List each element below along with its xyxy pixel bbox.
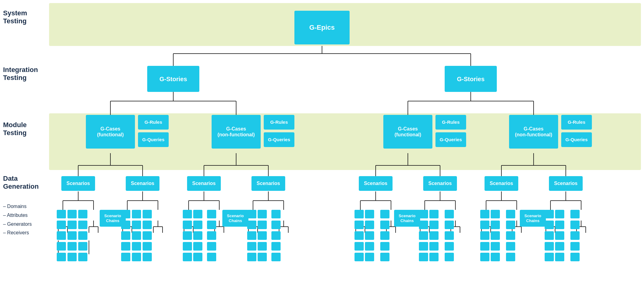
tiny-far5a: [380, 210, 389, 218]
tiny-6c: [419, 231, 428, 240]
tiny-r8a: [555, 210, 564, 218]
tiny-r7e: [491, 253, 500, 261]
g-rules-4-node: G-Rules: [561, 115, 592, 130]
tiny-r2c: [132, 231, 141, 240]
tiny-far5e: [380, 253, 389, 261]
tiny-far7e: [506, 253, 515, 261]
tiny-r3b: [193, 221, 202, 229]
tiny-2d: [121, 242, 130, 251]
scenarios-5-node: Scenarios: [359, 176, 393, 191]
g-queries-1-node: G-Queries: [138, 132, 169, 147]
g-cases-nonfunc-2-node: G-Cases(non-functional): [509, 115, 558, 149]
data-generation-label: DataGeneration: [3, 175, 39, 191]
tiny-far7b: [506, 221, 515, 229]
tiny-far2d: [143, 242, 152, 251]
tiny-far4b: [271, 221, 281, 229]
tiny-4e: [247, 253, 256, 261]
g-cases-nonfunc-1-node: G-Cases(non-functional): [212, 115, 261, 149]
g-stories-right-node: G-Stories: [445, 66, 497, 92]
tiny-r4d: [258, 242, 267, 251]
tiny-r3e: [193, 253, 202, 261]
tiny-far4a: [271, 210, 281, 218]
scenarios-3-node: Scenarios: [187, 176, 221, 191]
tiny-r5b: [365, 221, 374, 229]
tiny-4a: [247, 210, 256, 218]
tiny-r7d: [491, 242, 500, 251]
tiny-r4e: [258, 253, 267, 261]
tiny-far8d: [570, 242, 580, 251]
g-stories-left-node: G-Stories: [147, 66, 199, 92]
g-queries-3-node: G-Queries: [435, 132, 466, 147]
scenarios-6-node: Scenarios: [423, 176, 457, 191]
tiny-far4e: [271, 253, 281, 261]
scenarios-4-node: Scenarios: [251, 176, 285, 191]
tiny-3b: [183, 221, 192, 229]
tiny-6b: [419, 221, 428, 229]
tiny-far3a: [207, 210, 216, 218]
tiny-5b: [355, 221, 364, 229]
data-generation-list: – Domains– Attributes– Generators– Recei…: [3, 202, 32, 237]
tiny-r6d: [429, 242, 439, 251]
tiny-r2b: [132, 221, 141, 229]
tiny-far8e: [570, 253, 580, 261]
tiny-8e: [545, 253, 554, 261]
tiny-2c: [121, 231, 130, 240]
tiny-r3d: [193, 242, 202, 251]
tiny-far7a: [506, 210, 515, 218]
scenarios-1-node: Scenarios: [61, 176, 95, 191]
tiny-far3d: [207, 242, 216, 251]
tiny-6a: [419, 210, 428, 218]
tiny-far8a: [570, 210, 580, 218]
tiny-far6d: [445, 242, 454, 251]
tiny-5d: [355, 242, 364, 251]
left-labels: SystemTesting IntegrationTesting ModuleT…: [0, 0, 49, 291]
tiny-r8b: [555, 221, 564, 229]
tiny-far3b: [207, 221, 216, 229]
tiny-far1d: [78, 242, 87, 251]
tiny-r7b: [491, 221, 500, 229]
g-cases-func-1-node: G-Cases(functional): [86, 115, 135, 149]
tiny-7c: [480, 231, 489, 240]
tiny-r7c: [491, 231, 500, 240]
tiny-7b: [480, 221, 489, 229]
tiny-5a: [355, 210, 364, 218]
tiny-r2d: [132, 242, 141, 251]
tiny-7e: [480, 253, 489, 261]
tiny-r8e: [555, 253, 564, 261]
scenario-chains-2-node: ScenarioChains: [222, 210, 248, 227]
g-cases-func-2-node: G-Cases(functional): [383, 115, 432, 149]
tiny-1d: [57, 242, 66, 251]
tiny-1b: [57, 221, 66, 229]
tiny-8c: [545, 231, 554, 240]
tiny-r1e: [67, 253, 77, 261]
tiny-far1e: [78, 253, 87, 261]
tiny-8d: [545, 242, 554, 251]
tiny-1e: [57, 253, 66, 261]
tiny-r4c: [258, 231, 267, 240]
tiny-5c: [355, 231, 364, 240]
tiny-r4a: [258, 210, 267, 218]
tiny-r1b: [67, 221, 77, 229]
g-queries-2-node: G-Queries: [264, 132, 294, 147]
tiny-far5c: [380, 231, 389, 240]
tiny-far8b: [570, 221, 580, 229]
tiny-r2e: [132, 253, 141, 261]
g-rules-1-node: G-Rules: [138, 115, 169, 130]
tiny-r6a: [429, 210, 439, 218]
tiny-r5c: [365, 231, 374, 240]
tiny-r8d: [555, 242, 564, 251]
g-queries-4-node: G-Queries: [561, 132, 592, 147]
tiny-far1c: [78, 231, 87, 240]
tiny-2b: [121, 221, 130, 229]
g-rules-2-node: G-Rules: [264, 115, 294, 130]
tiny-3d: [183, 242, 192, 251]
tiny-far7d: [506, 242, 515, 251]
tiny-far1b: [78, 221, 87, 229]
tiny-4c: [247, 231, 256, 240]
tiny-r2a: [132, 210, 141, 218]
tiny-3a: [183, 210, 192, 218]
tiny-8a: [545, 210, 554, 218]
tiny-6d: [419, 242, 428, 251]
tiny-r6e: [429, 253, 439, 261]
tiny-1a: [57, 210, 66, 218]
